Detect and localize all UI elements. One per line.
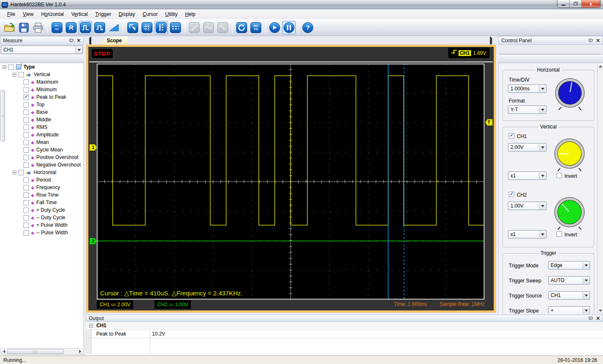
ch1-invert-checkbox[interactable] xyxy=(557,173,562,178)
ramp-button[interactable] xyxy=(107,21,121,34)
horizontal-checkbox[interactable] xyxy=(18,170,24,175)
tree-item-vertical[interactable]: ◆◆ Vertical xyxy=(0,71,83,78)
math-button[interactable]: +−×÷ xyxy=(50,21,64,34)
grid-display-button[interactable] xyxy=(140,21,154,34)
type-checkbox[interactable] xyxy=(8,64,14,70)
tree-item-middle[interactable]: ◆Middle xyxy=(0,116,83,123)
menu-utility[interactable]: Utility xyxy=(162,10,181,19)
item-checkbox[interactable] xyxy=(23,102,29,108)
refresh-button[interactable] xyxy=(235,21,248,34)
control-panel-scrollbar[interactable] xyxy=(597,63,603,314)
menu-help[interactable]: Help xyxy=(181,10,199,19)
horizontal-cursors-button[interactable] xyxy=(169,21,182,34)
ch1-probe-select[interactable]: x1 xyxy=(508,172,546,180)
tree-item-peak-to-peak[interactable]: ◆Peak to Peak xyxy=(0,93,83,101)
tree-item-type[interactable]: Type xyxy=(0,63,83,71)
ch2-position-knob[interactable] xyxy=(555,197,584,227)
tree-item-pos-pulse-width[interactable]: ◆+ Pulse Width xyxy=(0,221,83,229)
menu-view[interactable]: View xyxy=(19,10,37,19)
close-icon[interactable]: ✕ xyxy=(596,38,600,43)
open-button[interactable] xyxy=(3,21,16,34)
waveform-graticule[interactable]: Cursor : △Time = 410uS. △Frequency = 2.4… xyxy=(97,64,484,300)
pause-button[interactable] xyxy=(282,21,296,34)
tree-item-neg-pulse-width[interactable]: ◆-- Pulse Width xyxy=(0,229,83,236)
item-checkbox[interactable] xyxy=(23,215,29,220)
menu-trigger[interactable]: Trigger xyxy=(92,10,115,19)
tree-item-rms[interactable]: ◆RMS xyxy=(0,123,83,131)
item-checkbox[interactable] xyxy=(23,162,29,168)
format-select[interactable]: Y-T xyxy=(508,105,546,114)
pin-icon[interactable] xyxy=(588,38,593,43)
save-button[interactable] xyxy=(17,21,31,34)
output-measurement-row[interactable]: Peak to Peak 10.2V xyxy=(86,330,603,338)
scroll-up-button[interactable] xyxy=(598,63,603,69)
item-checkbox[interactable] xyxy=(23,79,29,85)
measure-channel-select[interactable]: CH1 xyxy=(1,46,83,54)
restore-button[interactable] xyxy=(570,0,582,8)
print-button[interactable] xyxy=(31,21,45,34)
tree-item-period[interactable]: ◆Period xyxy=(0,176,83,184)
vertical-checkbox[interactable] xyxy=(18,72,24,77)
item-checkbox[interactable] xyxy=(23,140,29,145)
item-checkbox[interactable] xyxy=(23,132,29,138)
trigger-level-marker[interactable]: T xyxy=(485,119,492,126)
tree-item-base[interactable]: ◆Base xyxy=(0,108,83,116)
collapse-icon[interactable] xyxy=(3,65,6,69)
menu-horizontal[interactable]: Horizontal xyxy=(37,10,67,19)
time-div-select[interactable]: 1.000ms xyxy=(508,85,546,93)
scrollbar-thumb[interactable]: ≡ xyxy=(0,90,5,141)
collapse-icon[interactable] xyxy=(13,171,16,174)
scroll-left-button[interactable] xyxy=(0,349,7,354)
menu-vertical[interactable]: Vertical xyxy=(67,10,91,19)
tree-item-frequency[interactable]: ◆Frequency xyxy=(0,184,83,191)
tree-item-neg-duty-cycle[interactable]: ◆-- Duty Cycle xyxy=(0,214,83,221)
horizontal-position-knob[interactable] xyxy=(556,79,584,107)
tree-item-horizontal[interactable]: ◆◆ Horizontal xyxy=(0,169,83,176)
menu-file[interactable]: File xyxy=(3,10,19,19)
item-checkbox[interactable] xyxy=(23,147,29,153)
tab-scope[interactable]: Scope xyxy=(101,36,128,44)
ch2-enable-checkbox[interactable] xyxy=(509,192,514,197)
item-checkbox[interactable] xyxy=(23,223,29,228)
menu-cursor[interactable]: Cursor xyxy=(139,10,162,19)
item-checkbox[interactable] xyxy=(23,185,29,190)
cursor-select-button[interactable] xyxy=(126,21,139,34)
pin-icon[interactable] xyxy=(588,316,593,320)
tree-item-positive-overshoot[interactable]: ◆Positive Overshoot xyxy=(0,154,83,161)
waveform-ch2-button[interactable] xyxy=(93,21,106,34)
item-checkbox[interactable] xyxy=(23,117,29,123)
ch1-position-knob[interactable] xyxy=(555,139,584,168)
scroll-right-button[interactable] xyxy=(77,349,83,354)
measure-horizontal-scrollbar[interactable] xyxy=(0,348,84,355)
scrollbar-thumb[interactable] xyxy=(7,349,64,354)
help-button[interactable]: ? xyxy=(301,21,314,34)
tree-item-cycle-mean[interactable]: ◆Cycle Mean xyxy=(0,146,83,154)
waveform-ch1-button[interactable] xyxy=(79,21,92,34)
trigger-mode-select[interactable]: Edge xyxy=(548,261,590,269)
ch2-scale-select[interactable]: 1.00V xyxy=(508,202,546,210)
vertical-cursors-button[interactable] xyxy=(155,21,168,34)
ch1-position-marker[interactable]: 1 xyxy=(90,144,97,151)
start-button[interactable] xyxy=(268,21,281,34)
tree-item-rise-time[interactable]: ◆Rise Time xyxy=(0,191,83,199)
close-button[interactable]: x xyxy=(582,0,600,8)
tree-item-pos-duty-cycle[interactable]: ◆+ Duty Cycle xyxy=(0,206,83,214)
ch2-probe-select[interactable]: x1 xyxy=(508,230,546,238)
item-checkbox[interactable] xyxy=(23,155,29,160)
menu-display[interactable]: Display xyxy=(115,10,139,19)
tab-scroll-right-icon[interactable] xyxy=(489,38,494,44)
close-icon[interactable]: ✕ xyxy=(77,38,81,43)
collapse-icon[interactable] xyxy=(13,73,16,77)
tree-item-minimum[interactable]: ◆Minimum xyxy=(0,86,83,93)
item-checkbox[interactable] xyxy=(23,110,29,115)
item-checkbox[interactable] xyxy=(23,192,29,198)
output-group-row[interactable]: CH1 xyxy=(86,322,603,330)
tree-item-maximum[interactable]: ◆Maximum xyxy=(0,78,83,86)
item-checkbox[interactable] xyxy=(23,230,29,236)
item-checkbox[interactable] xyxy=(23,200,29,205)
trigger-source-select[interactable]: CH1 xyxy=(548,291,590,300)
reference-button[interactable]: R xyxy=(64,21,78,34)
ch2-invert-checkbox[interactable] xyxy=(557,231,562,237)
item-checkbox[interactable] xyxy=(23,87,29,92)
collapse-icon[interactable] xyxy=(89,324,93,328)
